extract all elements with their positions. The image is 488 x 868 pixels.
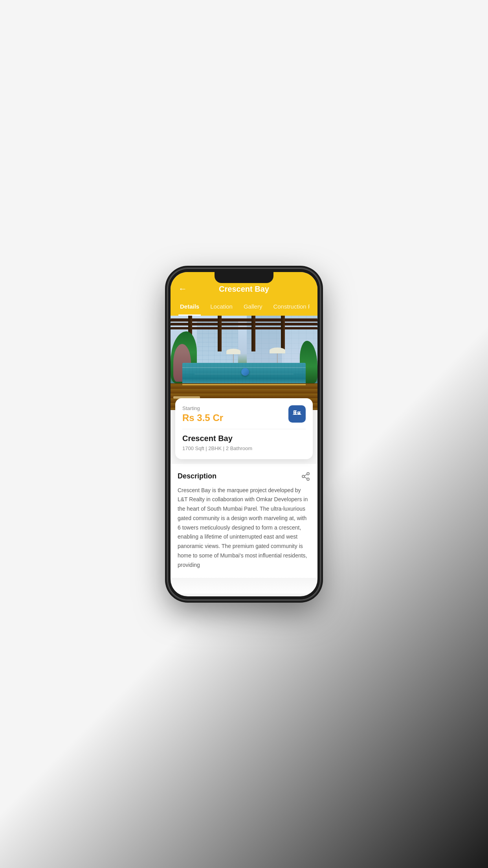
svg-rect-2 — [294, 411, 295, 412]
page-title: Crescent Bay — [219, 285, 269, 294]
bottom-fade — [171, 578, 317, 594]
svg-rect-6 — [298, 412, 299, 413]
svg-point-10 — [302, 475, 305, 478]
header-top: ← Crescent Bay — [178, 285, 310, 299]
tab-construction[interactable]: Construction Pr — [272, 299, 310, 316]
price-row: Starting Rs 3.5 Cr — [182, 405, 306, 423]
description-section: Description Crescent Bay is the marquee … — [171, 464, 317, 578]
svg-point-11 — [307, 478, 309, 480]
pool-scene — [171, 316, 317, 410]
notch — [215, 272, 273, 283]
building-icon — [292, 409, 302, 419]
svg-rect-0 — [294, 410, 297, 414]
svg-rect-7 — [300, 412, 301, 413]
share-icon[interactable] — [301, 472, 310, 481]
description-title: Description — [178, 472, 216, 480]
price-value: Rs 3.5 Cr — [182, 412, 223, 423]
description-header: Description — [178, 472, 310, 481]
svg-point-9 — [307, 473, 309, 475]
property-image — [171, 316, 317, 410]
property-card: Starting Rs 3.5 Cr — [175, 398, 313, 459]
price-block: Starting Rs 3.5 Cr — [182, 405, 223, 423]
tab-details[interactable]: Details — [178, 299, 201, 316]
phone-screen: ← Crescent Bay Details Location Gallery … — [171, 272, 317, 596]
screen-content[interactable]: ← Crescent Bay Details Location Gallery … — [171, 272, 317, 596]
svg-rect-5 — [296, 413, 297, 414]
description-text: Crescent Bay is the marquee project deve… — [178, 486, 310, 570]
svg-rect-3 — [296, 411, 297, 412]
svg-line-13 — [305, 474, 307, 476]
property-specs: 1700 Sqft | 2BHK | 2 Bathroom — [182, 445, 306, 451]
card-divider — [182, 429, 306, 429]
tab-gallery[interactable]: Gallery — [242, 299, 264, 316]
back-button[interactable]: ← — [178, 284, 187, 294]
phone-frame: ← Crescent Bay Details Location Gallery … — [167, 268, 321, 600]
nav-tabs: Details Location Gallery Construction Pr — [178, 299, 310, 316]
building-icon-button[interactable] — [288, 405, 306, 423]
starting-label: Starting — [182, 405, 223, 411]
svg-rect-8 — [293, 414, 301, 415]
property-name: Crescent Bay — [182, 434, 306, 443]
svg-line-12 — [305, 477, 307, 478]
tab-location[interactable]: Location — [209, 299, 234, 316]
svg-rect-4 — [294, 413, 295, 414]
